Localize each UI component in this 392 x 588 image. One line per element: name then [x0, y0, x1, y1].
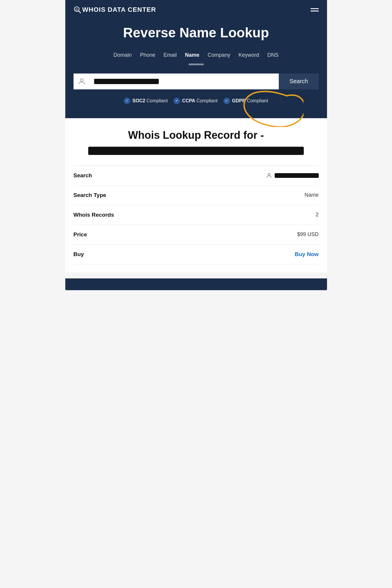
gdpr-label: GDPR Compliant	[232, 98, 268, 103]
soc2-check-icon: ✓	[124, 98, 130, 104]
search-input-display	[90, 74, 279, 89]
table-row-price: Price $99 USD	[74, 225, 319, 245]
compliance-ccpa: ✓ CCPA Compliant	[174, 98, 218, 104]
compliance-gdpr: ✓ GDPR Compliant	[223, 98, 268, 104]
top-bar: Q WHOIS DATA CENTER	[74, 6, 319, 14]
gdpr-check-icon: ✓	[223, 98, 230, 104]
nav-tabs: Domain Phone Email Name Company Keyword …	[74, 52, 319, 60]
table-row-search-type: Search Type Name	[74, 186, 319, 205]
logo-text: WHOIS DATA CENTER	[82, 6, 156, 14]
row-label-buy: Buy	[74, 251, 84, 258]
soc2-label: SOC2 Compliant	[132, 98, 168, 103]
tab-keyword[interactable]: Keyword	[238, 52, 259, 60]
svg-point-4	[268, 173, 270, 175]
row-label-search-type: Search Type	[74, 192, 106, 198]
tab-phone[interactable]: Phone	[140, 52, 155, 60]
row-label-price: Price	[74, 231, 87, 238]
person-icon	[78, 77, 86, 86]
record-name-redacted	[88, 147, 304, 155]
search-button[interactable]: Search	[279, 74, 318, 89]
content-section: Whois Lookup Record for - Search Search …	[65, 118, 327, 273]
search-value-redacted	[275, 173, 319, 178]
tab-email[interactable]: Email	[164, 52, 177, 60]
compliance-soc2: ✓ SOC2 Compliant	[124, 98, 168, 104]
hamburger-menu[interactable]	[311, 8, 319, 11]
tab-domain[interactable]: Domain	[114, 52, 132, 60]
logo: Q WHOIS DATA CENTER	[74, 6, 156, 14]
row-value-search-type: Name	[304, 192, 318, 198]
tab-company[interactable]: Company	[208, 52, 230, 60]
tab-indicator-row	[74, 64, 319, 65]
row-value-search	[266, 172, 319, 179]
row-value-price: $99 USD	[297, 231, 318, 238]
tab-name[interactable]: Name	[185, 52, 199, 60]
row-label-whois-records: Whois Records	[74, 212, 114, 218]
tab-indicator	[189, 64, 204, 65]
person-icon-small	[266, 172, 272, 179]
info-table: Search Search Type Name Whois Records 2 …	[74, 166, 319, 264]
hamburger-line-1	[311, 8, 319, 9]
search-icon-wrap	[74, 74, 90, 89]
search-box: Search	[74, 74, 319, 89]
page-title: Reverse Name Lookup	[74, 25, 319, 40]
table-row-whois-records: Whois Records 2	[74, 205, 319, 225]
svg-point-3	[80, 78, 83, 81]
header-section: Q WHOIS DATA CENTER Reverse Name Lookup …	[65, 0, 327, 118]
table-row-buy: Buy Buy Now	[74, 245, 319, 264]
row-label-search: Search	[74, 172, 92, 179]
ccpa-label: CCPA Compliant	[182, 98, 218, 103]
hamburger-line-2	[311, 11, 319, 11]
svg-text:Q: Q	[76, 8, 78, 11]
table-row-search: Search	[74, 166, 319, 186]
logo-icon: Q	[74, 6, 81, 14]
search-input-redacted	[94, 79, 159, 84]
buy-now-link[interactable]: Buy Now	[295, 251, 318, 258]
bottom-bar	[65, 278, 327, 290]
compliance-row: ✓ SOC2 Compliant ✓ CCPA Compliant ✓ GDPR…	[74, 98, 319, 106]
row-value-whois-records: 2	[316, 212, 318, 218]
ccpa-check-icon: ✓	[174, 98, 180, 104]
record-title: Whois Lookup Record for -	[74, 129, 319, 141]
svg-line-1	[79, 11, 81, 13]
tab-dns[interactable]: DNS	[267, 52, 278, 60]
